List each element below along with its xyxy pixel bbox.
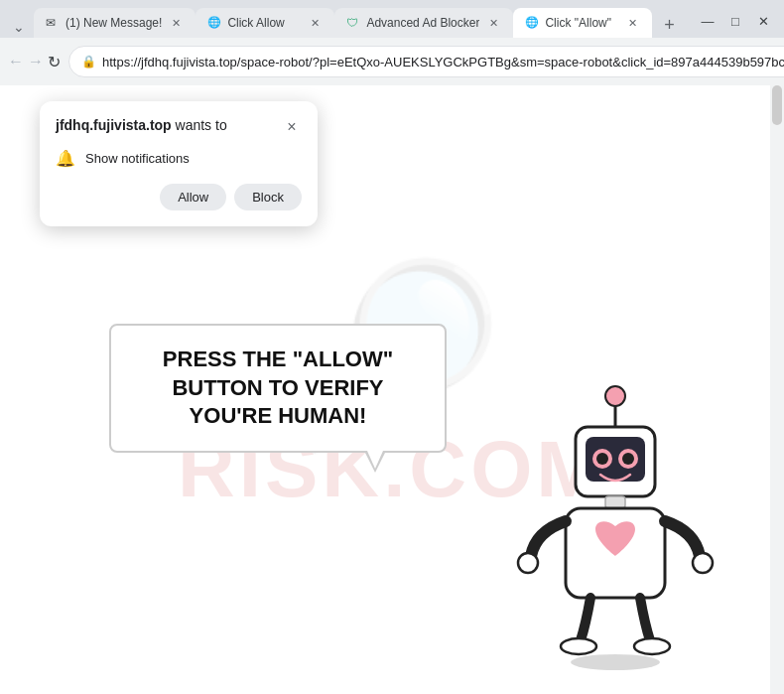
url-text: https://jfdhq.fujivista.top/space-robot/… [102, 55, 784, 69]
svg-point-13 [634, 638, 670, 654]
tab2-title: Click Allow [227, 16, 301, 30]
dialog-title: jfdhq.fujivista.top wants to [56, 117, 227, 133]
tab-ad-blocker[interactable]: 🛡 Advanced Ad Blocker ✕ [334, 8, 513, 38]
tab3-close[interactable]: ✕ [485, 15, 501, 31]
dialog-header: jfdhq.fujivista.top wants to × [56, 117, 302, 137]
speech-bubble: PRESS THE "ALLOW" BUTTON TO VERIFY YOU'R… [109, 324, 447, 453]
dialog-buttons: Allow Block [56, 184, 302, 210]
scrollbar[interactable] [770, 85, 784, 694]
tab-click-allow[interactable]: 🌐 Click Allow ✕ [196, 8, 334, 38]
dialog-site: jfdhq.fujivista.top [56, 117, 172, 133]
url-bar[interactable]: 🔒 https://jfdhq.fujivista.top/space-robo… [68, 46, 784, 77]
bubble-text: PRESS THE "ALLOW" BUTTON TO VERIFY YOU'R… [141, 346, 415, 431]
new-tab-button[interactable]: + [656, 12, 682, 38]
tab-bar: ⌄ ✉ (1) New Message! ✕ 🌐 Click Allow ✕ 🛡… [0, 0, 784, 38]
tab-new-message[interactable]: ✉ (1) New Message! ✕ [34, 8, 196, 38]
robot-svg [506, 372, 724, 670]
svg-point-7 [622, 453, 634, 465]
close-button[interactable]: ✕ [750, 8, 776, 34]
svg-rect-8 [605, 496, 625, 508]
tab2-favicon: 🌐 [207, 16, 221, 30]
reload-button[interactable]: ↻ [48, 46, 61, 77]
svg-point-14 [571, 654, 660, 670]
tab1-favicon: ✉ [46, 16, 60, 30]
svg-point-1 [605, 386, 625, 406]
tab4-close[interactable]: ✕ [624, 15, 640, 31]
dialog-show-notifications: Show notifications [85, 151, 190, 166]
browser-window: ⌄ ✉ (1) New Message! ✕ 🌐 Click Allow ✕ 🛡… [0, 0, 784, 694]
tab1-title: (1) New Message! [65, 16, 162, 30]
allow-button[interactable]: Allow [160, 184, 226, 210]
tab4-title: Click "Allow" [545, 16, 618, 30]
dialog-close-button[interactable]: × [282, 117, 302, 137]
block-button[interactable]: Block [234, 184, 302, 210]
svg-point-11 [693, 553, 713, 573]
page-content: 🔍 RISK.COM jfdhq.fujivista.top wants to … [0, 85, 784, 694]
tab3-title: Advanced Ad Blocker [366, 16, 479, 30]
tab-click-allow-active[interactable]: 🌐 Click "Allow" ✕ [513, 8, 652, 38]
window-controls: — □ ✕ [695, 8, 776, 38]
tab1-close[interactable]: ✕ [168, 15, 184, 31]
forward-button[interactable]: → [28, 46, 44, 77]
dialog-notification-item: 🔔 Show notifications [56, 149, 302, 168]
svg-point-10 [518, 553, 538, 573]
svg-point-12 [561, 638, 596, 654]
tab-list-button[interactable]: ⌄ [8, 16, 30, 38]
tab4-favicon: 🌐 [525, 16, 539, 30]
dialog-wants-to: wants to [176, 117, 227, 133]
bell-icon: 🔔 [56, 149, 75, 168]
minimize-button[interactable]: — [695, 8, 720, 34]
tab3-favicon: 🛡 [346, 16, 360, 30]
address-bar: ← → ↻ 🔒 https://jfdhq.fujivista.top/spac… [0, 38, 784, 85]
svg-point-6 [596, 453, 608, 465]
tab-bar-left: ⌄ [8, 16, 30, 38]
back-button[interactable]: ← [8, 46, 24, 77]
security-icon: 🔒 [81, 55, 96, 69]
scrollbar-thumb[interactable] [772, 85, 782, 125]
robot-image [506, 372, 724, 674]
notification-dialog: jfdhq.fujivista.top wants to × 🔔 Show no… [40, 101, 318, 226]
maximize-button[interactable]: □ [722, 8, 748, 34]
tab2-close[interactable]: ✕ [307, 15, 323, 31]
